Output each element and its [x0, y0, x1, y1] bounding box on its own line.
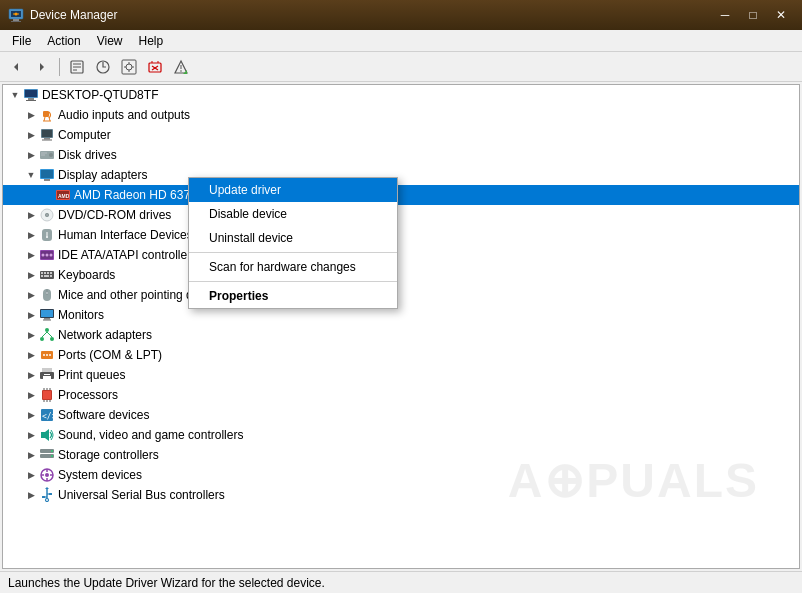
menu-file[interactable]: File — [4, 32, 39, 50]
ctx-uninstall-device[interactable]: Uninstall device — [189, 226, 397, 250]
tree-item-display[interactable]: ▼ Display adapters — [3, 165, 799, 185]
svg-rect-63 — [44, 275, 49, 277]
monitors-label: Monitors — [58, 308, 104, 322]
tree-root[interactable]: ▼ DESKTOP-QTUD8TF — [3, 85, 799, 105]
remove-device-button[interactable] — [143, 55, 167, 79]
tree-item-processors[interactable]: ▶ Processors — [3, 385, 799, 405]
add-legacy-button[interactable] — [169, 55, 193, 79]
computer-device-icon — [39, 127, 55, 143]
toolbar-sep-1 — [59, 58, 60, 76]
tree-item-keyboard[interactable]: ▶ Keyboards — [3, 265, 799, 285]
root-expand-icon[interactable]: ▼ — [7, 87, 23, 103]
close-button[interactable]: ✕ — [768, 5, 794, 25]
network-label: Network adapters — [58, 328, 152, 342]
tree-item-ide[interactable]: ▶ IDE ATA/ATAPI controllers — [3, 245, 799, 265]
system-expand-icon[interactable]: ▶ — [23, 467, 39, 483]
ide-label: IDE ATA/ATAPI controllers — [58, 248, 197, 262]
menu-help[interactable]: Help — [131, 32, 172, 50]
network-expand-icon[interactable]: ▶ — [23, 327, 39, 343]
main-area: ▼ DESKTOP-QTUD8TF ▶ — [0, 82, 802, 571]
app-icon — [8, 7, 24, 23]
storage-label: Storage controllers — [58, 448, 159, 462]
svg-point-56 — [50, 254, 53, 257]
amd-label: AMD Radeon HD 6370M — [74, 188, 207, 202]
svg-rect-33 — [42, 130, 52, 137]
sound-expand-icon[interactable]: ▶ — [23, 427, 39, 443]
software-expand-icon[interactable]: ▶ — [23, 407, 39, 423]
tree-item-ports[interactable]: ▶ Ports (COM & LPT) — [3, 345, 799, 365]
tree-item-sound[interactable]: ▶ Sound, video and game controllers — [3, 425, 799, 445]
keyboard-icon — [39, 267, 55, 283]
tree-item-mice[interactable]: ▶ Mice and other pointing devices — [3, 285, 799, 305]
tree-item-computer[interactable]: ▶ Computer — [3, 125, 799, 145]
svg-point-80 — [49, 354, 51, 356]
dvd-expand-icon[interactable]: ▶ — [23, 207, 39, 223]
title-bar: Device Manager ─ □ ✕ — [0, 0, 802, 30]
print-expand-icon[interactable]: ▶ — [23, 367, 39, 383]
ports-icon — [39, 347, 55, 363]
root-label: DESKTOP-QTUD8TF — [42, 88, 158, 102]
device-tree[interactable]: ▼ DESKTOP-QTUD8TF ▶ — [2, 84, 800, 569]
ide-expand-icon[interactable]: ▶ — [23, 247, 39, 263]
ports-expand-icon[interactable]: ▶ — [23, 347, 39, 363]
tree-item-monitors[interactable]: ▶ Monitors — [3, 305, 799, 325]
forward-button[interactable] — [30, 55, 54, 79]
tree-item-network[interactable]: ▶ Network adapters — [3, 325, 799, 345]
minimize-button[interactable]: ─ — [712, 5, 738, 25]
tree-item-hid[interactable]: ▶ Human Interface Devices — [3, 225, 799, 245]
computer-expand-icon[interactable]: ▶ — [23, 127, 39, 143]
monitors-expand-icon[interactable]: ▶ — [23, 307, 39, 323]
svg-point-51 — [46, 236, 48, 238]
processors-label: Processors — [58, 388, 118, 402]
disk-expand-icon[interactable]: ▶ — [23, 147, 39, 163]
processors-expand-icon[interactable]: ▶ — [23, 387, 39, 403]
dvd-label: DVD/CD-ROM drives — [58, 208, 171, 222]
hid-expand-icon[interactable]: ▶ — [23, 227, 39, 243]
mice-expand-icon[interactable]: ▶ — [23, 287, 39, 303]
ctx-disable-device[interactable]: Disable device — [189, 202, 397, 226]
audio-expand-icon[interactable]: ▶ — [23, 107, 39, 123]
display-expand-icon[interactable]: ▼ — [23, 167, 39, 183]
update-driver-button[interactable] — [91, 55, 115, 79]
computer-icon — [23, 87, 39, 103]
tree-item-audio[interactable]: ▶ Audio inputs and outputs — [3, 105, 799, 125]
back-button[interactable] — [4, 55, 28, 79]
svg-point-55 — [46, 254, 49, 257]
svg-rect-41 — [41, 170, 53, 178]
display-icon — [39, 167, 55, 183]
ctx-update-driver[interactable]: Update driver — [189, 178, 397, 202]
maximize-button[interactable]: □ — [740, 5, 766, 25]
storage-expand-icon[interactable]: ▶ — [23, 447, 39, 463]
svg-point-74 — [50, 337, 54, 341]
menu-view[interactable]: View — [89, 32, 131, 50]
tree-item-software[interactable]: ▶ </> Software devices — [3, 405, 799, 425]
svg-rect-64 — [50, 275, 52, 277]
menu-action[interactable]: Action — [39, 32, 88, 50]
svg-rect-28 — [43, 111, 49, 117]
svg-text:</>: </> — [42, 412, 55, 421]
properties-button[interactable] — [65, 55, 89, 79]
ctx-scan-changes[interactable]: Scan for hardware changes — [189, 255, 397, 279]
svg-point-73 — [40, 337, 44, 341]
tree-item-disk[interactable]: ▶ Disk drives — [3, 145, 799, 165]
tree-item-print[interactable]: ▶ Print queues — [3, 365, 799, 385]
keyboard-expand-icon[interactable]: ▶ — [23, 267, 39, 283]
storage-icon — [39, 447, 55, 463]
svg-rect-25 — [25, 90, 37, 97]
tree-item-amd[interactable]: AMD AMD Radeon HD 6370M — [3, 185, 799, 205]
svg-rect-34 — [44, 138, 50, 140]
toolbar — [0, 52, 802, 82]
network-icon — [39, 327, 55, 343]
tree-item-usb[interactable]: ▶ Universal Serial Bus controllers — [3, 485, 799, 505]
svg-point-98 — [51, 450, 53, 452]
window-title: Device Manager — [30, 8, 117, 22]
tree-item-storage[interactable]: ▶ Storage controllers — [3, 445, 799, 465]
svg-marker-107 — [45, 487, 49, 489]
scan-button[interactable] — [117, 55, 141, 79]
amd-icon: AMD — [55, 187, 71, 203]
tree-item-system[interactable]: ▶ System devices — [3, 465, 799, 485]
usb-expand-icon[interactable]: ▶ — [23, 487, 39, 503]
tree-item-dvd[interactable]: ▶ DVD/CD-ROM drives — [3, 205, 799, 225]
monitor-icon — [39, 307, 55, 323]
ctx-properties[interactable]: Properties — [189, 284, 397, 308]
